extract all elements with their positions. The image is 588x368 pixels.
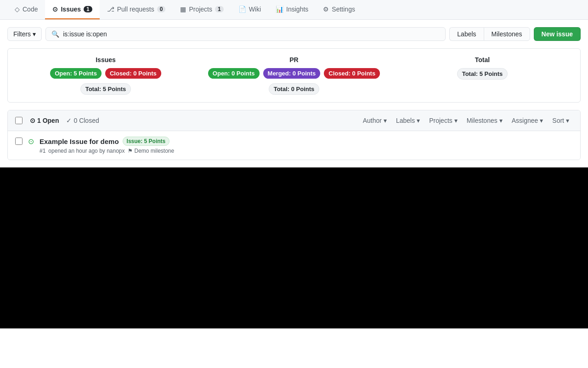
labels-filter-label: Labels: [396, 117, 415, 124]
tab-insights[interactable]: 📊 Insights: [268, 0, 316, 19]
milestone-tag: ⚑ Demo milestone: [128, 148, 175, 154]
author-label: Author: [363, 117, 382, 124]
assignee-label: Assignee: [512, 117, 538, 124]
pull-requests-icon: ⎇: [107, 6, 114, 13]
pr-open-badge: Open: 0 Points: [208, 68, 260, 79]
points-total-col: Total Total: 5 Points: [392, 56, 573, 95]
search-box: 🔍: [45, 27, 446, 41]
projects-chevron-icon: ▾: [454, 117, 458, 124]
new-issue-button[interactable]: New issue: [534, 27, 581, 41]
pr-col-header: PR: [289, 56, 298, 63]
bottom-black-area: [0, 167, 588, 328]
open-count[interactable]: ⊙ 1 Open: [30, 117, 59, 124]
issue-info: Example Issue for demo Issue: 5 Points #…: [40, 137, 573, 154]
projects-badge: 1: [215, 6, 224, 12]
tab-wiki[interactable]: 📄 Wiki: [231, 0, 268, 19]
repo-nav: ◇ Code ⊙ Issues 1 ⎇ Pull requests 0 ▦ Pr…: [0, 0, 588, 20]
filter-bar: Filters ▾ 🔍 Labels Milestones New issue: [7, 27, 581, 41]
issue-title-row: Example Issue for demo Issue: 5 Points: [40, 137, 573, 146]
issues-badge: 1: [84, 6, 92, 12]
author-dropdown[interactable]: Author ▾: [359, 115, 390, 126]
pr-closed-badge: Closed: 0 Points: [324, 68, 380, 79]
issues-open-badge: Open: 5 Points: [50, 68, 102, 79]
labels-milestones-group: Labels Milestones: [449, 27, 530, 41]
issues-badges: Open: 5 Points Closed: 0 Points: [50, 68, 161, 79]
tab-projects[interactable]: ▦ Projects 1: [173, 0, 231, 19]
assignee-dropdown[interactable]: Assignee ▾: [508, 115, 547, 126]
issues-header-right: Author ▾ Labels ▾ Projects ▾ Milestones …: [359, 115, 573, 126]
code-icon: ◇: [15, 6, 20, 13]
wiki-icon: 📄: [238, 6, 246, 13]
select-all-checkbox[interactable]: [15, 117, 23, 124]
chevron-down-icon: ▾: [33, 30, 36, 38]
issues-header: ⊙ 1 Open ✓ 0 Closed Author ▾ Labels ▾: [8, 110, 580, 131]
tab-pull-requests[interactable]: ⎇ Pull requests 0: [100, 0, 173, 19]
issues-closed-badge: Closed: 0 Points: [105, 68, 161, 79]
pr-badges: Open: 0 Points Merged: 0 Points Closed: …: [208, 68, 380, 79]
tab-projects-label: Projects: [189, 6, 212, 13]
labels-dropdown[interactable]: Labels ▾: [392, 115, 424, 126]
tab-issues-label: Issues: [61, 6, 81, 13]
issue-open-icon: ⊙: [28, 137, 34, 146]
checkmark-icon: ✓: [66, 117, 72, 124]
tab-code-label: Code: [23, 6, 38, 13]
closed-count-label: 0 Closed: [74, 117, 99, 124]
circle-open-icon: ⊙: [30, 117, 35, 124]
issue-opened-meta: opened an hour ago by nanopx: [48, 148, 124, 154]
points-pr-col: PR Open: 0 Points Merged: 0 Points Close…: [204, 56, 384, 95]
issue-meta: #1 opened an hour ago by nanopx ⚑ Demo m…: [40, 148, 573, 154]
tab-settings-label: Settings: [332, 6, 355, 13]
tab-pull-requests-label: Pull requests: [117, 6, 154, 13]
tab-settings[interactable]: ⚙ Settings: [316, 0, 362, 19]
issues-container: ⊙ 1 Open ✓ 0 Closed Author ▾ Labels ▾: [7, 110, 581, 160]
closed-count[interactable]: ✓ 0 Closed: [66, 117, 99, 124]
issues-icon: ⊙: [52, 6, 58, 13]
total-col-header: Total: [475, 56, 490, 63]
issues-header-left: ⊙ 1 Open ✓ 0 Closed: [15, 117, 352, 124]
insights-icon: 📊: [276, 6, 283, 13]
pull-requests-badge: 0: [157, 6, 166, 12]
milestones-btn-label: Milestones: [492, 30, 522, 38]
tab-issues[interactable]: ⊙ Issues 1: [45, 0, 99, 19]
search-input[interactable]: [63, 30, 440, 38]
tab-code[interactable]: ◇ Code: [7, 0, 45, 19]
sort-label: Sort: [552, 117, 564, 124]
milestones-button[interactable]: Milestones: [484, 27, 530, 41]
issues-col-header: Issues: [96, 56, 116, 63]
pr-total-badge: Total: 0 Points: [269, 83, 320, 95]
table-row: ⊙ Example Issue for demo Issue: 5 Points…: [8, 131, 580, 160]
grand-total-badge: Total: 5 Points: [457, 68, 508, 80]
main-content: Filters ▾ 🔍 Labels Milestones New issue …: [0, 20, 588, 167]
assignee-chevron-icon: ▾: [540, 117, 543, 124]
labels-chevron-icon: ▾: [417, 117, 420, 124]
issue-number: #1: [40, 148, 45, 154]
sort-dropdown[interactable]: Sort ▾: [548, 115, 573, 126]
issue-title[interactable]: Example Issue for demo: [40, 138, 119, 145]
projects-icon: ▦: [180, 6, 186, 13]
pr-merged-badge: Merged: 0 Points: [263, 68, 321, 79]
tab-wiki-label: Wiki: [249, 6, 261, 13]
milestone-name: Demo milestone: [135, 148, 175, 154]
milestones-chevron-icon: ▾: [499, 117, 503, 124]
milestones-dropdown[interactable]: Milestones ▾: [463, 115, 506, 126]
projects-filter-label: Projects: [429, 117, 452, 124]
projects-dropdown[interactable]: Projects ▾: [425, 115, 461, 126]
issue-checkbox[interactable]: [15, 138, 23, 145]
points-summary: Issues Open: 5 Points Closed: 0 Points T…: [7, 48, 581, 103]
milestones-filter-label: Milestones: [467, 117, 498, 124]
points-issues-col: Issues Open: 5 Points Closed: 0 Points T…: [15, 56, 196, 95]
issues-total-badge: Total: 5 Points: [80, 83, 131, 95]
labels-button[interactable]: Labels: [449, 27, 483, 41]
filters-button[interactable]: Filters ▾: [7, 27, 42, 41]
author-chevron-icon: ▾: [384, 117, 387, 124]
tab-insights-label: Insights: [286, 6, 308, 13]
sort-chevron-icon: ▾: [566, 117, 569, 124]
open-count-label: 1 Open: [37, 117, 59, 124]
labels-btn-label: Labels: [457, 30, 476, 38]
filters-label: Filters: [13, 30, 31, 38]
search-icon: 🔍: [51, 30, 59, 38]
new-issue-label: New issue: [542, 30, 573, 38]
milestone-icon: ⚑: [128, 148, 133, 154]
settings-icon: ⚙: [323, 6, 329, 13]
issue-points-label: Issue: 5 Points: [123, 137, 170, 146]
